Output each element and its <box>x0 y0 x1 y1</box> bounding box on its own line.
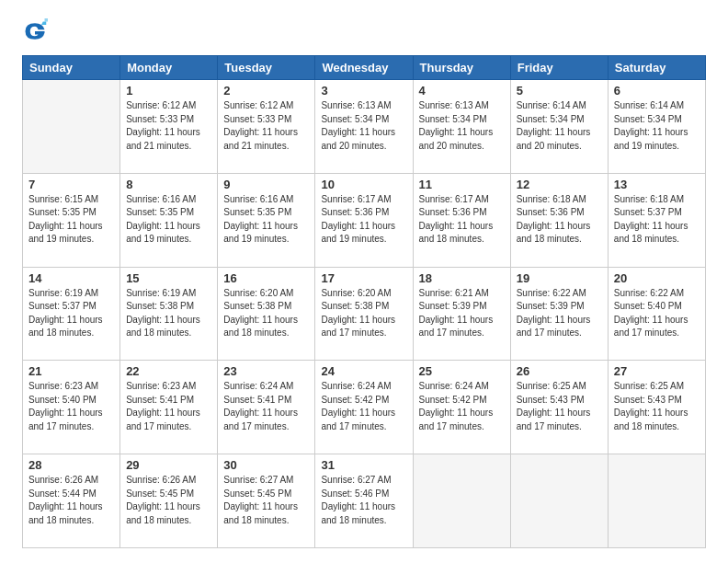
day-number: 5 <box>517 84 602 98</box>
calendar-cell: 20Sunrise: 6:22 AMSunset: 5:40 PMDayligh… <box>608 267 705 361</box>
calendar-cell: 7Sunrise: 6:15 AMSunset: 5:35 PMDaylight… <box>23 173 120 267</box>
day-number: 16 <box>223 271 309 285</box>
calendar-cell: 22Sunrise: 6:23 AMSunset: 5:41 PMDayligh… <box>120 361 218 454</box>
calendar-cell: 1Sunrise: 6:12 AMSunset: 5:33 PMDaylight… <box>120 80 218 174</box>
day-number: 17 <box>321 271 406 285</box>
day-info: Sunrise: 6:18 AMSunset: 5:36 PMDaylight:… <box>517 193 602 247</box>
day-number: 31 <box>321 458 406 472</box>
day-number: 27 <box>614 364 700 378</box>
day-info: Sunrise: 6:19 AMSunset: 5:38 PMDaylight:… <box>126 287 211 340</box>
calendar-header-sunday: Sunday <box>23 56 120 80</box>
day-number: 4 <box>419 84 505 98</box>
day-number: 28 <box>28 458 114 472</box>
calendar-cell: 17Sunrise: 6:20 AMSunset: 5:38 PMDayligh… <box>315 267 413 361</box>
day-number: 3 <box>321 84 406 98</box>
day-number: 30 <box>223 458 309 472</box>
calendar-cell: 2Sunrise: 6:12 AMSunset: 5:33 PMDaylight… <box>218 80 315 174</box>
day-info: Sunrise: 6:22 AMSunset: 5:40 PMDaylight:… <box>614 287 700 340</box>
calendar-cell: 23Sunrise: 6:24 AMSunset: 5:41 PMDayligh… <box>218 361 315 454</box>
calendar-cell <box>23 80 120 174</box>
calendar-cell: 5Sunrise: 6:14 AMSunset: 5:34 PMDaylight… <box>510 80 608 174</box>
day-info: Sunrise: 6:17 AMSunset: 5:36 PMDaylight:… <box>419 193 505 247</box>
week-row-5: 28Sunrise: 6:26 AMSunset: 5:44 PMDayligh… <box>23 454 706 548</box>
day-info: Sunrise: 6:16 AMSunset: 5:35 PMDaylight:… <box>126 193 211 247</box>
calendar-cell <box>510 454 608 548</box>
calendar-cell: 19Sunrise: 6:22 AMSunset: 5:39 PMDayligh… <box>510 267 608 361</box>
day-info: Sunrise: 6:14 AMSunset: 5:34 PMDaylight:… <box>517 99 602 153</box>
day-info: Sunrise: 6:25 AMSunset: 5:43 PMDaylight:… <box>517 380 602 433</box>
day-number: 23 <box>223 364 309 378</box>
day-number: 22 <box>126 364 211 378</box>
day-number: 21 <box>28 364 114 378</box>
calendar-cell: 27Sunrise: 6:25 AMSunset: 5:43 PMDayligh… <box>608 361 705 454</box>
day-info: Sunrise: 6:20 AMSunset: 5:38 PMDaylight:… <box>223 287 309 340</box>
calendar-cell: 24Sunrise: 6:24 AMSunset: 5:42 PMDayligh… <box>315 361 413 454</box>
calendar-header-monday: Monday <box>120 56 218 80</box>
calendar-cell: 21Sunrise: 6:23 AMSunset: 5:40 PMDayligh… <box>23 361 120 454</box>
day-info: Sunrise: 6:26 AMSunset: 5:44 PMDaylight:… <box>28 474 114 527</box>
day-info: Sunrise: 6:24 AMSunset: 5:42 PMDaylight:… <box>419 380 505 433</box>
calendar-cell: 28Sunrise: 6:26 AMSunset: 5:44 PMDayligh… <box>23 454 120 548</box>
calendar-cell: 9Sunrise: 6:16 AMSunset: 5:35 PMDaylight… <box>218 173 315 267</box>
day-info: Sunrise: 6:15 AMSunset: 5:35 PMDaylight:… <box>28 193 114 247</box>
calendar-cell: 6Sunrise: 6:14 AMSunset: 5:34 PMDaylight… <box>608 80 705 174</box>
day-number: 8 <box>126 178 211 191</box>
day-number: 18 <box>419 271 505 285</box>
week-row-3: 14Sunrise: 6:19 AMSunset: 5:37 PMDayligh… <box>23 267 706 361</box>
day-number: 26 <box>517 364 602 378</box>
calendar-header-wednesday: Wednesday <box>315 56 413 80</box>
day-number: 7 <box>28 178 114 191</box>
day-info: Sunrise: 6:12 AMSunset: 5:33 PMDaylight:… <box>126 99 211 153</box>
day-info: Sunrise: 6:14 AMSunset: 5:34 PMDaylight:… <box>614 99 700 153</box>
header <box>22 18 706 44</box>
calendar-table: SundayMondayTuesdayWednesdayThursdayFrid… <box>22 55 706 548</box>
day-number: 2 <box>223 84 309 98</box>
day-number: 25 <box>419 364 505 378</box>
calendar-cell: 8Sunrise: 6:16 AMSunset: 5:35 PMDaylight… <box>120 173 218 267</box>
day-number: 14 <box>28 271 114 285</box>
calendar-cell: 26Sunrise: 6:25 AMSunset: 5:43 PMDayligh… <box>510 361 608 454</box>
day-number: 20 <box>614 271 700 285</box>
week-row-2: 7Sunrise: 6:15 AMSunset: 5:35 PMDaylight… <box>23 173 706 267</box>
day-info: Sunrise: 6:27 AMSunset: 5:45 PMDaylight:… <box>223 474 309 527</box>
calendar-cell: 3Sunrise: 6:13 AMSunset: 5:34 PMDaylight… <box>315 80 413 174</box>
day-info: Sunrise: 6:26 AMSunset: 5:45 PMDaylight:… <box>126 474 211 527</box>
day-number: 13 <box>614 178 700 191</box>
day-info: Sunrise: 6:16 AMSunset: 5:35 PMDaylight:… <box>223 193 309 247</box>
calendar-cell: 31Sunrise: 6:27 AMSunset: 5:46 PMDayligh… <box>315 454 413 548</box>
calendar-cell: 29Sunrise: 6:26 AMSunset: 5:45 PMDayligh… <box>120 454 218 548</box>
day-number: 24 <box>321 364 406 378</box>
calendar-header-saturday: Saturday <box>608 56 705 80</box>
day-number: 1 <box>126 84 211 98</box>
day-info: Sunrise: 6:21 AMSunset: 5:39 PMDaylight:… <box>419 287 505 340</box>
calendar-header-friday: Friday <box>510 56 608 80</box>
day-info: Sunrise: 6:20 AMSunset: 5:38 PMDaylight:… <box>321 287 406 340</box>
day-info: Sunrise: 6:22 AMSunset: 5:39 PMDaylight:… <box>517 287 602 340</box>
calendar-cell: 14Sunrise: 6:19 AMSunset: 5:37 PMDayligh… <box>23 267 120 361</box>
calendar-header-row: SundayMondayTuesdayWednesdayThursdayFrid… <box>23 56 706 80</box>
calendar-cell: 11Sunrise: 6:17 AMSunset: 5:36 PMDayligh… <box>413 173 510 267</box>
day-info: Sunrise: 6:23 AMSunset: 5:41 PMDaylight:… <box>126 380 211 433</box>
day-number: 19 <box>517 271 602 285</box>
day-info: Sunrise: 6:23 AMSunset: 5:40 PMDaylight:… <box>28 380 114 433</box>
day-number: 9 <box>223 178 309 191</box>
calendar-cell: 16Sunrise: 6:20 AMSunset: 5:38 PMDayligh… <box>218 267 315 361</box>
day-info: Sunrise: 6:24 AMSunset: 5:41 PMDaylight:… <box>223 380 309 433</box>
calendar-cell: 18Sunrise: 6:21 AMSunset: 5:39 PMDayligh… <box>413 267 510 361</box>
calendar-cell: 30Sunrise: 6:27 AMSunset: 5:45 PMDayligh… <box>218 454 315 548</box>
logo-icon <box>22 18 48 44</box>
day-number: 11 <box>419 178 505 191</box>
calendar-header-tuesday: Tuesday <box>218 56 315 80</box>
calendar-cell: 12Sunrise: 6:18 AMSunset: 5:36 PMDayligh… <box>510 173 608 267</box>
calendar-cell <box>608 454 705 548</box>
logo <box>22 18 51 44</box>
day-info: Sunrise: 6:17 AMSunset: 5:36 PMDaylight:… <box>321 193 406 247</box>
day-info: Sunrise: 6:18 AMSunset: 5:37 PMDaylight:… <box>614 193 700 247</box>
day-info: Sunrise: 6:25 AMSunset: 5:43 PMDaylight:… <box>614 380 700 433</box>
day-number: 10 <box>321 178 406 191</box>
day-number: 15 <box>126 271 211 285</box>
calendar-cell: 25Sunrise: 6:24 AMSunset: 5:42 PMDayligh… <box>413 361 510 454</box>
calendar-header-thursday: Thursday <box>413 56 510 80</box>
calendar-cell: 15Sunrise: 6:19 AMSunset: 5:38 PMDayligh… <box>120 267 218 361</box>
calendar-cell: 10Sunrise: 6:17 AMSunset: 5:36 PMDayligh… <box>315 173 413 267</box>
